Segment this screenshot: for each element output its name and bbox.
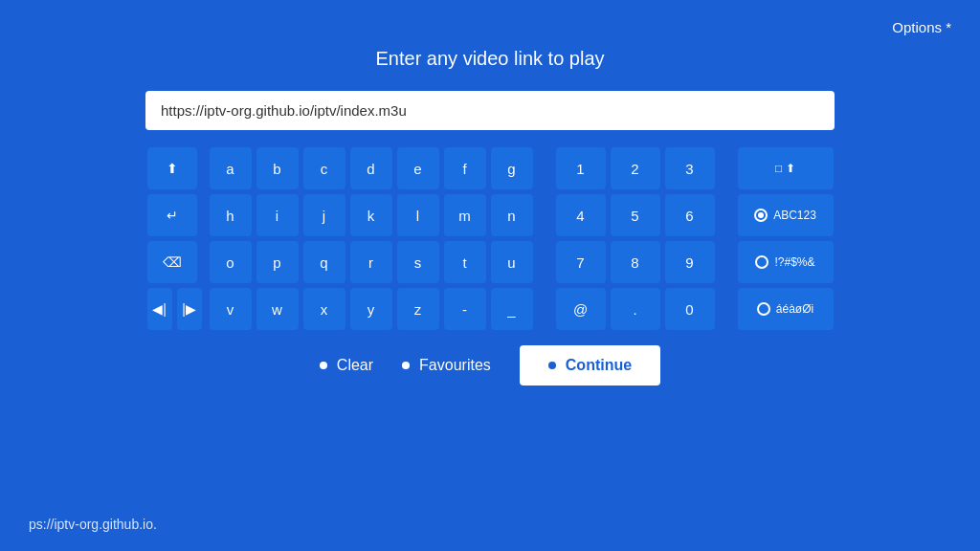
key-e[interactable]: e	[397, 147, 439, 189]
right-options-column: □ ⬆ ABC123 !?#$%& áéàøØi	[738, 147, 834, 330]
action-row: Clear Favourites Continue	[320, 345, 660, 386]
key-w[interactable]: w	[256, 288, 299, 330]
key-v[interactable]: v	[210, 288, 252, 330]
key-1[interactable]: 1	[556, 147, 606, 189]
abc123-radio-icon	[754, 209, 768, 222]
key-0[interactable]: 0	[665, 288, 715, 330]
key-z[interactable]: z	[397, 288, 439, 330]
key-underscore[interactable]: _	[491, 288, 533, 330]
key-8[interactable]: 8	[611, 241, 660, 283]
alpha-row-4: v w x y z - _	[210, 288, 533, 330]
key-at[interactable]: @	[556, 288, 606, 330]
continue-button[interactable]: Continue	[520, 345, 660, 386]
key-a[interactable]: a	[210, 147, 252, 189]
num-row-1: 1 2 3	[556, 147, 715, 189]
alpha-keyboard: a b c d e f g h i j k l m n o p q r	[210, 147, 533, 330]
favourites-button[interactable]: Favourites	[402, 357, 491, 374]
key-5[interactable]: 5	[611, 194, 660, 236]
nav-keys-row: ◀| |▶	[147, 288, 202, 330]
backspace-key[interactable]: ⌫	[147, 241, 197, 283]
key-k[interactable]: k	[350, 194, 392, 236]
key-j[interactable]: j	[303, 194, 345, 236]
alpha-row-2: h i j k l m n	[210, 194, 533, 236]
key-r[interactable]: r	[350, 241, 392, 283]
symbols-label: !?#$%&	[774, 255, 814, 269]
cursor-left-key[interactable]: ◀|	[147, 288, 172, 330]
caps-key[interactable]: ⬆	[147, 147, 197, 189]
numpad: 1 2 3 4 5 6 7 8 9 @ . 0	[556, 147, 715, 330]
num-row-4: @ . 0	[556, 288, 715, 330]
cursor-right-key[interactable]: |▶	[177, 288, 202, 330]
status-text: ps://iptv-org.github.io.	[29, 517, 157, 532]
alpha-row-3: o p q r s t u	[210, 241, 533, 283]
url-input-container	[145, 91, 835, 130]
key-4[interactable]: 4	[556, 194, 606, 236]
ctrl-column: ⬆ ↵ ⌫ ◀| |▶	[147, 147, 202, 330]
continue-label: Continue	[566, 357, 632, 374]
square-icon: □	[775, 162, 782, 175]
key-b[interactable]: b	[256, 147, 299, 189]
key-f[interactable]: f	[444, 147, 486, 189]
continue-bullet	[548, 362, 556, 369]
up-arrow-icon: ⬆	[786, 162, 795, 175]
clear-button[interactable]: Clear	[320, 357, 373, 374]
key-c[interactable]: c	[303, 147, 345, 189]
accents-label: áéàøØi	[776, 302, 813, 316]
key-p[interactable]: p	[256, 241, 299, 283]
abc123-label: ABC123	[773, 209, 816, 222]
clear-bullet	[320, 362, 327, 369]
key-3[interactable]: 3	[665, 147, 715, 189]
accents-radio-icon	[757, 302, 770, 316]
num-row-2: 4 5 6	[556, 194, 715, 236]
key-2[interactable]: 2	[611, 147, 660, 189]
key-g[interactable]: g	[491, 147, 533, 189]
keyboard-area: ⬆ ↵ ⌫ ◀| |▶ a b c d e f g h i j k	[147, 147, 834, 330]
num-row-3: 7 8 9	[556, 241, 715, 283]
key-s[interactable]: s	[397, 241, 439, 283]
key-7[interactable]: 7	[556, 241, 606, 283]
page-title: Enter any video link to play	[375, 48, 604, 70]
status-bar: ps://iptv-org.github.io.	[29, 517, 157, 532]
key-d[interactable]: d	[350, 147, 392, 189]
key-y[interactable]: y	[350, 288, 392, 330]
url-input[interactable]	[145, 91, 835, 130]
favourites-label: Favourites	[419, 357, 491, 374]
options-button[interactable]: Options *	[892, 19, 951, 35]
key-i[interactable]: i	[256, 194, 299, 236]
symbols-radio-icon	[755, 255, 768, 269]
key-6[interactable]: 6	[665, 194, 715, 236]
key-u[interactable]: u	[491, 241, 533, 283]
key-o[interactable]: o	[210, 241, 252, 283]
key-t[interactable]: t	[444, 241, 486, 283]
key-q[interactable]: q	[303, 241, 345, 283]
favourites-bullet	[402, 362, 410, 369]
key-dash[interactable]: -	[444, 288, 486, 330]
key-h[interactable]: h	[210, 194, 252, 236]
key-n[interactable]: n	[491, 194, 533, 236]
key-9[interactable]: 9	[665, 241, 715, 283]
clear-label: Clear	[337, 357, 373, 374]
caps-mode-button[interactable]: □ ⬆	[738, 147, 834, 189]
accents-mode-button[interactable]: áéàøØi	[738, 288, 834, 330]
abc123-mode-button[interactable]: ABC123	[738, 194, 834, 236]
key-x[interactable]: x	[303, 288, 345, 330]
key-dot[interactable]: .	[611, 288, 660, 330]
symbols-mode-button[interactable]: !?#$%&	[738, 241, 834, 283]
key-m[interactable]: m	[444, 194, 486, 236]
alpha-row-1: a b c d e f g	[210, 147, 533, 189]
tab-key[interactable]: ↵	[147, 194, 197, 236]
key-l[interactable]: l	[397, 194, 439, 236]
